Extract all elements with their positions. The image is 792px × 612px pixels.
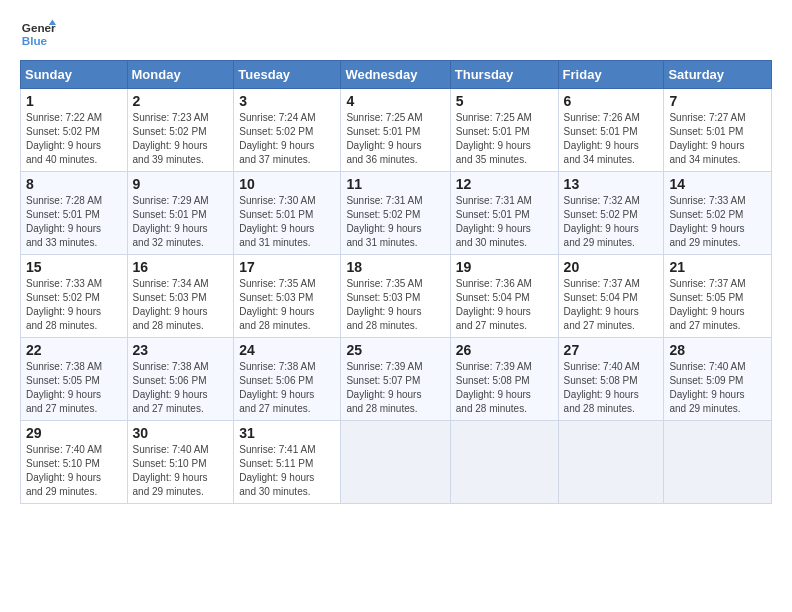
day-number: 25 bbox=[346, 342, 444, 358]
day-number: 15 bbox=[26, 259, 122, 275]
day-info: Sunrise: 7:38 AM Sunset: 5:06 PM Dayligh… bbox=[239, 360, 335, 416]
calendar-day-27: 27Sunrise: 7:40 AM Sunset: 5:08 PM Dayli… bbox=[558, 338, 664, 421]
day-number: 9 bbox=[133, 176, 229, 192]
day-number: 21 bbox=[669, 259, 766, 275]
day-info: Sunrise: 7:40 AM Sunset: 5:08 PM Dayligh… bbox=[564, 360, 659, 416]
calendar-day-28: 28Sunrise: 7:40 AM Sunset: 5:09 PM Dayli… bbox=[664, 338, 772, 421]
day-info: Sunrise: 7:30 AM Sunset: 5:01 PM Dayligh… bbox=[239, 194, 335, 250]
day-number: 12 bbox=[456, 176, 553, 192]
calendar-day-12: 12Sunrise: 7:31 AM Sunset: 5:01 PM Dayli… bbox=[450, 172, 558, 255]
day-number: 28 bbox=[669, 342, 766, 358]
calendar-day-26: 26Sunrise: 7:39 AM Sunset: 5:08 PM Dayli… bbox=[450, 338, 558, 421]
weekday-header-sunday: Sunday bbox=[21, 61, 128, 89]
calendar-day-15: 15Sunrise: 7:33 AM Sunset: 5:02 PM Dayli… bbox=[21, 255, 128, 338]
day-number: 3 bbox=[239, 93, 335, 109]
calendar-day-16: 16Sunrise: 7:34 AM Sunset: 5:03 PM Dayli… bbox=[127, 255, 234, 338]
day-number: 6 bbox=[564, 93, 659, 109]
calendar-day-5: 5Sunrise: 7:25 AM Sunset: 5:01 PM Daylig… bbox=[450, 89, 558, 172]
day-number: 7 bbox=[669, 93, 766, 109]
day-info: Sunrise: 7:39 AM Sunset: 5:07 PM Dayligh… bbox=[346, 360, 444, 416]
weekday-header-wednesday: Wednesday bbox=[341, 61, 450, 89]
calendar-day-25: 25Sunrise: 7:39 AM Sunset: 5:07 PM Dayli… bbox=[341, 338, 450, 421]
day-number: 11 bbox=[346, 176, 444, 192]
calendar-day-9: 9Sunrise: 7:29 AM Sunset: 5:01 PM Daylig… bbox=[127, 172, 234, 255]
calendar-empty bbox=[450, 421, 558, 504]
day-number: 5 bbox=[456, 93, 553, 109]
day-info: Sunrise: 7:39 AM Sunset: 5:08 PM Dayligh… bbox=[456, 360, 553, 416]
calendar-day-4: 4Sunrise: 7:25 AM Sunset: 5:01 PM Daylig… bbox=[341, 89, 450, 172]
calendar-day-23: 23Sunrise: 7:38 AM Sunset: 5:06 PM Dayli… bbox=[127, 338, 234, 421]
day-number: 24 bbox=[239, 342, 335, 358]
day-info: Sunrise: 7:37 AM Sunset: 5:04 PM Dayligh… bbox=[564, 277, 659, 333]
day-info: Sunrise: 7:32 AM Sunset: 5:02 PM Dayligh… bbox=[564, 194, 659, 250]
calendar-day-11: 11Sunrise: 7:31 AM Sunset: 5:02 PM Dayli… bbox=[341, 172, 450, 255]
day-info: Sunrise: 7:31 AM Sunset: 5:02 PM Dayligh… bbox=[346, 194, 444, 250]
calendar-day-2: 2Sunrise: 7:23 AM Sunset: 5:02 PM Daylig… bbox=[127, 89, 234, 172]
calendar-day-17: 17Sunrise: 7:35 AM Sunset: 5:03 PM Dayli… bbox=[234, 255, 341, 338]
day-info: Sunrise: 7:41 AM Sunset: 5:11 PM Dayligh… bbox=[239, 443, 335, 499]
calendar-day-31: 31Sunrise: 7:41 AM Sunset: 5:11 PM Dayli… bbox=[234, 421, 341, 504]
day-info: Sunrise: 7:23 AM Sunset: 5:02 PM Dayligh… bbox=[133, 111, 229, 167]
calendar-day-20: 20Sunrise: 7:37 AM Sunset: 5:04 PM Dayli… bbox=[558, 255, 664, 338]
calendar-day-29: 29Sunrise: 7:40 AM Sunset: 5:10 PM Dayli… bbox=[21, 421, 128, 504]
calendar-table: SundayMondayTuesdayWednesdayThursdayFrid… bbox=[20, 60, 772, 504]
calendar-day-6: 6Sunrise: 7:26 AM Sunset: 5:01 PM Daylig… bbox=[558, 89, 664, 172]
day-number: 31 bbox=[239, 425, 335, 441]
day-info: Sunrise: 7:38 AM Sunset: 5:05 PM Dayligh… bbox=[26, 360, 122, 416]
day-info: Sunrise: 7:28 AM Sunset: 5:01 PM Dayligh… bbox=[26, 194, 122, 250]
calendar-empty bbox=[664, 421, 772, 504]
calendar-day-1: 1Sunrise: 7:22 AM Sunset: 5:02 PM Daylig… bbox=[21, 89, 128, 172]
day-info: Sunrise: 7:25 AM Sunset: 5:01 PM Dayligh… bbox=[456, 111, 553, 167]
day-number: 20 bbox=[564, 259, 659, 275]
calendar-day-3: 3Sunrise: 7:24 AM Sunset: 5:02 PM Daylig… bbox=[234, 89, 341, 172]
page-header: General Blue bbox=[20, 16, 772, 52]
calendar-day-21: 21Sunrise: 7:37 AM Sunset: 5:05 PM Dayli… bbox=[664, 255, 772, 338]
day-number: 29 bbox=[26, 425, 122, 441]
calendar-day-19: 19Sunrise: 7:36 AM Sunset: 5:04 PM Dayli… bbox=[450, 255, 558, 338]
day-number: 17 bbox=[239, 259, 335, 275]
day-info: Sunrise: 7:31 AM Sunset: 5:01 PM Dayligh… bbox=[456, 194, 553, 250]
calendar-day-8: 8Sunrise: 7:28 AM Sunset: 5:01 PM Daylig… bbox=[21, 172, 128, 255]
day-number: 27 bbox=[564, 342, 659, 358]
calendar-day-7: 7Sunrise: 7:27 AM Sunset: 5:01 PM Daylig… bbox=[664, 89, 772, 172]
weekday-header-friday: Friday bbox=[558, 61, 664, 89]
calendar-day-30: 30Sunrise: 7:40 AM Sunset: 5:10 PM Dayli… bbox=[127, 421, 234, 504]
day-number: 30 bbox=[133, 425, 229, 441]
calendar-day-10: 10Sunrise: 7:30 AM Sunset: 5:01 PM Dayli… bbox=[234, 172, 341, 255]
day-info: Sunrise: 7:22 AM Sunset: 5:02 PM Dayligh… bbox=[26, 111, 122, 167]
calendar-day-24: 24Sunrise: 7:38 AM Sunset: 5:06 PM Dayli… bbox=[234, 338, 341, 421]
day-number: 14 bbox=[669, 176, 766, 192]
weekday-header-thursday: Thursday bbox=[450, 61, 558, 89]
day-info: Sunrise: 7:27 AM Sunset: 5:01 PM Dayligh… bbox=[669, 111, 766, 167]
day-number: 10 bbox=[239, 176, 335, 192]
calendar-week-5: 29Sunrise: 7:40 AM Sunset: 5:10 PM Dayli… bbox=[21, 421, 772, 504]
day-number: 26 bbox=[456, 342, 553, 358]
day-number: 4 bbox=[346, 93, 444, 109]
day-info: Sunrise: 7:40 AM Sunset: 5:09 PM Dayligh… bbox=[669, 360, 766, 416]
day-info: Sunrise: 7:33 AM Sunset: 5:02 PM Dayligh… bbox=[669, 194, 766, 250]
calendar-week-3: 15Sunrise: 7:33 AM Sunset: 5:02 PM Dayli… bbox=[21, 255, 772, 338]
day-info: Sunrise: 7:38 AM Sunset: 5:06 PM Dayligh… bbox=[133, 360, 229, 416]
calendar-week-1: 1Sunrise: 7:22 AM Sunset: 5:02 PM Daylig… bbox=[21, 89, 772, 172]
svg-text:Blue: Blue bbox=[22, 34, 48, 47]
day-info: Sunrise: 7:35 AM Sunset: 5:03 PM Dayligh… bbox=[239, 277, 335, 333]
calendar-empty bbox=[341, 421, 450, 504]
day-info: Sunrise: 7:40 AM Sunset: 5:10 PM Dayligh… bbox=[26, 443, 122, 499]
day-number: 18 bbox=[346, 259, 444, 275]
calendar-empty bbox=[558, 421, 664, 504]
day-number: 13 bbox=[564, 176, 659, 192]
day-number: 23 bbox=[133, 342, 229, 358]
day-number: 1 bbox=[26, 93, 122, 109]
day-info: Sunrise: 7:33 AM Sunset: 5:02 PM Dayligh… bbox=[26, 277, 122, 333]
day-info: Sunrise: 7:24 AM Sunset: 5:02 PM Dayligh… bbox=[239, 111, 335, 167]
day-number: 22 bbox=[26, 342, 122, 358]
calendar-day-22: 22Sunrise: 7:38 AM Sunset: 5:05 PM Dayli… bbox=[21, 338, 128, 421]
day-number: 8 bbox=[26, 176, 122, 192]
calendar-week-4: 22Sunrise: 7:38 AM Sunset: 5:05 PM Dayli… bbox=[21, 338, 772, 421]
day-info: Sunrise: 7:26 AM Sunset: 5:01 PM Dayligh… bbox=[564, 111, 659, 167]
day-info: Sunrise: 7:37 AM Sunset: 5:05 PM Dayligh… bbox=[669, 277, 766, 333]
weekday-header-tuesday: Tuesday bbox=[234, 61, 341, 89]
day-number: 2 bbox=[133, 93, 229, 109]
day-info: Sunrise: 7:36 AM Sunset: 5:04 PM Dayligh… bbox=[456, 277, 553, 333]
day-number: 16 bbox=[133, 259, 229, 275]
